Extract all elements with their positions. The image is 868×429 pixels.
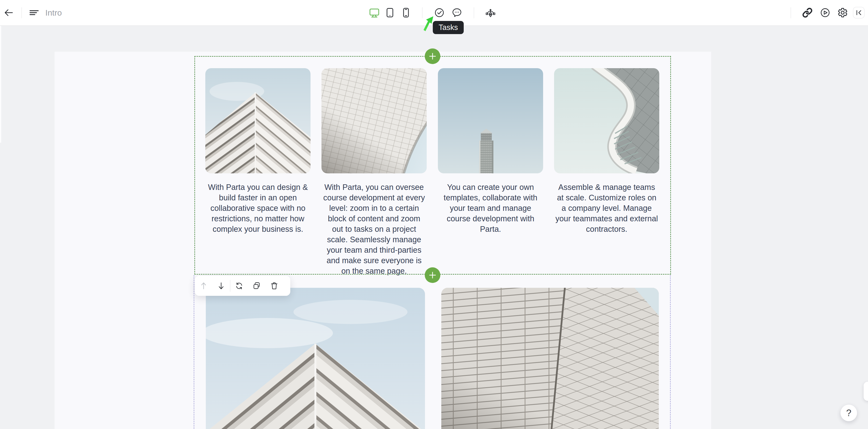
- back-button[interactable]: [3, 7, 14, 18]
- menu-icon: [29, 7, 40, 18]
- device-mobile-button[interactable]: [400, 7, 412, 18]
- plus-icon: [429, 271, 436, 279]
- arrow-down-icon: [217, 281, 226, 291]
- copy-icon: [252, 281, 261, 291]
- replace-button[interactable]: [230, 276, 248, 296]
- device-tablet-button[interactable]: [384, 7, 396, 18]
- plus-icon: [429, 52, 436, 60]
- help-label: ?: [846, 408, 851, 418]
- tasks-tooltip: Tasks: [433, 21, 464, 34]
- divider: [422, 7, 423, 18]
- move-down-button[interactable]: [212, 276, 230, 296]
- arrow-up-icon: [199, 281, 208, 291]
- device-desktop-button[interactable]: [369, 7, 380, 18]
- delete-button[interactable]: [266, 276, 283, 296]
- trash-icon: [270, 281, 279, 291]
- tasks-button[interactable]: [434, 7, 445, 18]
- duplicate-button[interactable]: [248, 276, 266, 296]
- divider: [474, 7, 474, 18]
- add-section-button-bottom[interactable]: [425, 267, 440, 283]
- help-button[interactable]: ?: [840, 405, 857, 421]
- page-structure-menu-button[interactable]: [29, 7, 40, 18]
- page-title: Intro: [45, 8, 62, 18]
- next-section-frame[interactable]: [194, 275, 671, 429]
- editor-window: Intro: [0, 0, 868, 429]
- refresh-icon: [235, 281, 244, 291]
- gear-icon: [837, 7, 848, 18]
- comment-bubble-icon: [451, 7, 463, 18]
- add-section-button-top[interactable]: [425, 48, 440, 64]
- comments-button[interactable]: [451, 7, 463, 18]
- desktop-icon: [369, 7, 380, 18]
- design-mode-button[interactable]: [485, 7, 496, 18]
- preview-button[interactable]: [819, 7, 831, 18]
- divider: [790, 7, 791, 18]
- left-panel-edge: [0, 26, 1, 143]
- collaborator-cursor-icon: [423, 16, 434, 34]
- mobile-icon: [400, 7, 412, 18]
- pen-tool-icon: [485, 7, 496, 18]
- collapse-left-icon: [854, 8, 864, 18]
- right-edge-tab[interactable]: [864, 382, 868, 401]
- tablet-icon: [384, 7, 396, 18]
- tooltip-label: Tasks: [439, 23, 458, 32]
- collapse-panel-button[interactable]: [853, 7, 865, 19]
- divider: [22, 7, 22, 18]
- block-toolbar: [195, 276, 290, 296]
- play-circle-icon: [819, 7, 831, 18]
- share-link-button[interactable]: [802, 7, 813, 18]
- selected-section-frame[interactable]: [194, 56, 671, 275]
- link-icon: [802, 7, 813, 18]
- check-circle-icon: [434, 7, 445, 18]
- move-up-button[interactable]: [195, 276, 212, 296]
- settings-button[interactable]: [837, 7, 848, 18]
- back-arrow-icon: [3, 7, 14, 18]
